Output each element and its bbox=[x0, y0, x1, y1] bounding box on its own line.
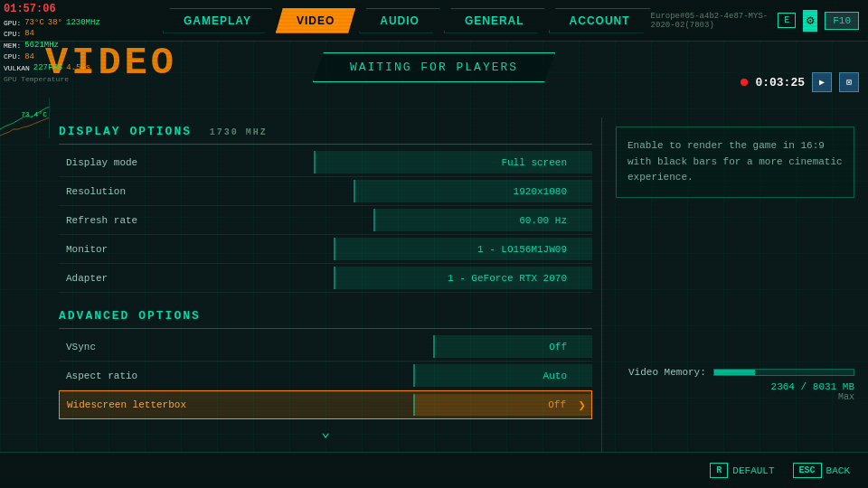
timer-area: 0:03:25 ▶ ⊠ bbox=[741, 72, 859, 92]
gpu-label: GPU: bbox=[4, 18, 21, 28]
key-f10-button[interactable]: F10 bbox=[825, 12, 859, 30]
video-memory-label: Video Memory: bbox=[628, 367, 854, 378]
gpu-val2: 38° bbox=[48, 17, 62, 29]
cpu2-label: CPU: bbox=[4, 52, 21, 61]
gear-icon[interactable]: ⚙ bbox=[803, 10, 817, 32]
widescreen-value: Off bbox=[548, 399, 566, 410]
tab-audio[interactable]: AUDIO bbox=[359, 8, 440, 33]
refresh-rate-value-bar: 60.00 Hz bbox=[194, 206, 592, 234]
memory-max-label: Max bbox=[628, 392, 854, 402]
refresh-rate-value: 60.00 Hz bbox=[519, 215, 567, 226]
bottom-bar: R DEFAULT ESC BACK bbox=[0, 452, 868, 488]
info-box: Enable to render the game in 16:9 with b… bbox=[616, 127, 854, 198]
monitor-value: 1 - LO156M1JW09 bbox=[477, 244, 567, 255]
advanced-options-header: ADVANCED OPTIONS bbox=[59, 302, 592, 329]
resolution-value-bar: 1920x1080 bbox=[194, 177, 592, 205]
widescreen-label: Widescreen letterbox bbox=[60, 399, 195, 410]
display-subtitle: 1730 MHz bbox=[210, 127, 268, 137]
resolution-label: Resolution bbox=[59, 186, 194, 197]
memory-bar-fill bbox=[714, 370, 755, 375]
top-navigation: GAMEPLAY VIDEO AUDIO GENERAL ACCOUNT Eur… bbox=[0, 0, 868, 42]
recording-dot bbox=[741, 79, 748, 86]
hud-time: 01:57:06 bbox=[4, 2, 100, 17]
cpu2-val: 84 bbox=[24, 52, 34, 63]
setting-aspect-ratio[interactable]: Aspect ratio Auto bbox=[59, 361, 592, 390]
memory-bar bbox=[713, 369, 854, 376]
resolution-value: 1920x1080 bbox=[514, 186, 567, 197]
tab-gameplay[interactable]: GAMEPLAY bbox=[163, 8, 272, 33]
server-info: Europe#05-a4b2-4e87-MYS-2020-02(7803) bbox=[651, 12, 771, 30]
default-label: DEFAULT bbox=[732, 465, 774, 476]
tab-general[interactable]: GENERAL bbox=[444, 8, 545, 33]
vsync-value: Off bbox=[549, 342, 567, 352]
setting-resolution[interactable]: Resolution 1920x1080 bbox=[59, 177, 592, 206]
key-e-button[interactable]: E bbox=[778, 13, 796, 28]
display-mode-value: Full screen bbox=[501, 157, 567, 168]
vulkan-label: VULKAN bbox=[4, 63, 30, 73]
vsync-value-bar: Off bbox=[194, 333, 592, 361]
monitor-value-bar: 1 - LO156M1JW09 bbox=[194, 235, 592, 263]
gpu-graph: 73.4°C bbox=[0, 98, 50, 138]
timer-value: 0:03:25 bbox=[755, 76, 805, 89]
adapter-label: Adapter bbox=[59, 273, 194, 284]
key-esc-badge[interactable]: ESC bbox=[793, 463, 822, 478]
info-text: Enable to render the game in 16:9 with b… bbox=[627, 140, 843, 183]
gpu-temp-label: GPU Temperature bbox=[4, 74, 100, 84]
memory-values: 2364 / 8031 MB bbox=[628, 381, 854, 392]
monitor-label: Monitor bbox=[59, 244, 194, 255]
aspect-ratio-value: Auto bbox=[543, 371, 567, 381]
waiting-banner: WAITING FOR PLAYERS bbox=[313, 52, 555, 82]
display-options-header: DISPLAY OPTIONS 1730 MHz bbox=[59, 117, 592, 145]
setting-monitor[interactable]: Monitor 1 - LO156M1JW09 bbox=[59, 235, 592, 264]
arrow-right-icon: ❯ bbox=[579, 398, 586, 413]
hud-stats-overlay: 01:57:06 GPU: 73°C 38° 1230MHz CPU: 84 M… bbox=[0, 0, 104, 86]
right-panel: Enable to render the game in 16:9 with b… bbox=[601, 117, 868, 452]
cpu-label: CPU: bbox=[4, 29, 21, 39]
nav-right-controls: Europe#05-a4b2-4e87-MYS-2020-02(7803) E … bbox=[651, 10, 868, 32]
cpu-val: 84 bbox=[24, 28, 34, 40]
vulkan-ms: 4.5ms bbox=[66, 62, 90, 74]
widescreen-value-bar: Off bbox=[195, 391, 591, 418]
vsync-label: VSync bbox=[59, 342, 194, 352]
setting-widescreen-letterbox[interactable]: Widescreen letterbox Off ❯ bbox=[59, 390, 592, 419]
back-key-group: ESC BACK bbox=[793, 463, 850, 478]
timer-btn-2[interactable]: ⊠ bbox=[839, 72, 859, 92]
timer-btn-1[interactable]: ▶ bbox=[812, 72, 832, 92]
aspect-ratio-value-bar: Auto bbox=[194, 361, 592, 389]
setting-adapter[interactable]: Adapter 1 - GeForce RTX 2070 bbox=[59, 264, 592, 293]
settings-panel: DISPLAY OPTIONS 1730 MHz Display mode Fu… bbox=[50, 117, 601, 452]
main-content: DISPLAY OPTIONS 1730 MHz Display mode Fu… bbox=[50, 117, 868, 452]
vulkan-fps: 227FPS bbox=[33, 62, 62, 74]
default-key-group: R DEFAULT bbox=[710, 463, 774, 478]
adapter-value: 1 - GeForce RTX 2070 bbox=[448, 273, 567, 284]
display-mode-label: Display mode bbox=[59, 157, 194, 168]
video-memory-section: Video Memory: 2364 / 8031 MB Max bbox=[628, 367, 854, 402]
gpu-temp: 73°C bbox=[24, 17, 44, 29]
nav-tabs: GAMEPLAY VIDEO AUDIO GENERAL ACCOUNT bbox=[163, 8, 651, 33]
refresh-rate-label: Refresh rate bbox=[59, 215, 194, 226]
tab-account[interactable]: ACCOUNT bbox=[549, 8, 651, 33]
setting-vsync[interactable]: VSync Off bbox=[59, 333, 592, 361]
scroll-down-indicator: ⌄ bbox=[59, 419, 592, 445]
back-label: BACK bbox=[826, 465, 850, 476]
display-mode-value-bar: Full screen bbox=[194, 148, 592, 176]
gpu-mhz: 1230MHz bbox=[66, 17, 100, 29]
aspect-ratio-label: Aspect ratio bbox=[59, 371, 194, 381]
setting-refresh-rate[interactable]: Refresh rate 60.00 Hz bbox=[59, 206, 592, 235]
mem-val: 5621MHz bbox=[24, 40, 59, 52]
tab-video[interactable]: VIDEO bbox=[276, 8, 355, 33]
adapter-value-bar: 1 - GeForce RTX 2070 bbox=[194, 264, 592, 292]
key-r-badge[interactable]: R bbox=[710, 463, 728, 478]
mem-label: MEM: bbox=[4, 41, 21, 51]
setting-display-mode[interactable]: Display mode Full screen bbox=[59, 148, 592, 177]
